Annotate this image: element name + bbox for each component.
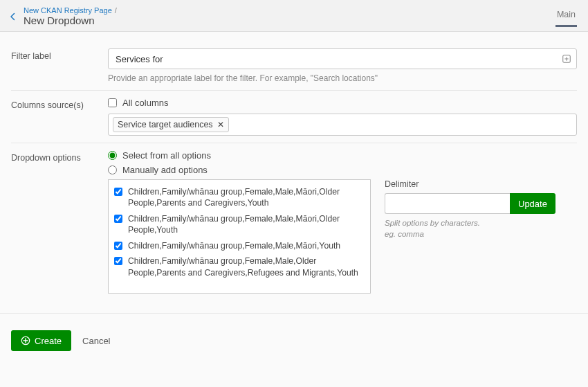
radio-select-all-label: Select from all options — [122, 150, 211, 161]
all-columns-checkbox[interactable] — [108, 98, 117, 107]
option-checkbox[interactable] — [114, 215, 122, 223]
option-checkbox[interactable] — [114, 242, 122, 250]
delimiter-column: Delimiter Update Split options by charac… — [385, 179, 488, 294]
breadcrumb-sep: / — [115, 6, 117, 15]
radio-manual-label: Manually add options — [122, 165, 208, 175]
list-item: Children,Family/whānau group,Female,Male… — [114, 184, 365, 211]
options-scroll[interactable]: Children,Family/whānau group,Female,Male… — [109, 180, 370, 293]
breadcrumb: New CKAN Registry Page / New Dropdown — [24, 6, 117, 26]
columns-tag-input[interactable]: Service target audiences ✕ — [108, 114, 577, 136]
option-checkbox[interactable] — [114, 257, 122, 265]
delimiter-label: Delimiter — [385, 179, 488, 189]
columns-source-caption: Columns source(s) — [11, 98, 108, 110]
form-content: Filter label Provide an appropriate labe… — [0, 32, 588, 300]
update-button[interactable]: Update — [510, 193, 555, 214]
footer: Create Cancel — [0, 314, 588, 358]
header-right: Main — [555, 6, 577, 27]
create-button-label: Create — [35, 336, 62, 346]
row-filter-label: Filter label Provide an appropriate labe… — [11, 42, 577, 91]
radio-manual[interactable] — [108, 165, 117, 174]
plus-circle-icon — [21, 336, 30, 345]
dropdown-options-caption: Dropdown options — [11, 150, 108, 163]
row-dropdown-options: Dropdown options Select from all options… — [11, 143, 577, 300]
option-text: Children,Family/whānau group,Female,Male… — [128, 213, 365, 236]
filter-label-help: Provide an appropriate label for the fil… — [108, 73, 577, 83]
delimiter-input[interactable] — [385, 193, 510, 214]
delimiter-help: Split options by characters. eg. comma — [385, 218, 488, 240]
create-button[interactable]: Create — [11, 330, 71, 351]
radio-select-all[interactable] — [108, 151, 117, 160]
filter-label-input[interactable] — [108, 48, 577, 69]
header-left: New CKAN Registry Page / New Dropdown — [7, 6, 117, 26]
filter-label-caption: Filter label — [11, 48, 108, 61]
cancel-link[interactable]: Cancel — [82, 336, 110, 346]
option-text: Children,Family/whānau group,Female,Male… — [128, 255, 365, 278]
tab-main[interactable]: Main — [555, 6, 577, 27]
all-columns-label: All columns — [122, 98, 168, 108]
list-item: Children,Family/whānau group,Female,Male… — [114, 253, 365, 280]
options-area: Children,Family/whānau group,Female,Male… — [108, 179, 577, 294]
list-item: Children,Family/whānau group,Female,Male… — [114, 238, 365, 253]
breadcrumb-link[interactable]: New CKAN Registry Page — [24, 6, 112, 15]
option-text: Children,Family/whānau group,Female,Male… — [128, 240, 365, 251]
row-columns-source: Columns source(s) All columns Service ta… — [11, 91, 577, 143]
list-item: Children,Family/whānau group,Female,Male… — [114, 211, 365, 238]
option-checkbox[interactable] — [114, 188, 122, 196]
page-header: New CKAN Registry Page / New Dropdown Ma… — [0, 0, 588, 32]
input-preview-icon[interactable] — [562, 54, 571, 64]
options-list: Children,Family/whānau group,Female,Male… — [108, 179, 371, 294]
close-icon[interactable]: ✕ — [217, 120, 224, 129]
columns-tag: Service target audiences ✕ — [113, 117, 229, 132]
back-icon[interactable] — [7, 10, 19, 23]
page-title: New Dropdown — [24, 15, 117, 26]
option-text: Children,Family/whānau group,Female,Male… — [128, 186, 365, 209]
columns-tag-text: Service target audiences — [118, 120, 213, 129]
